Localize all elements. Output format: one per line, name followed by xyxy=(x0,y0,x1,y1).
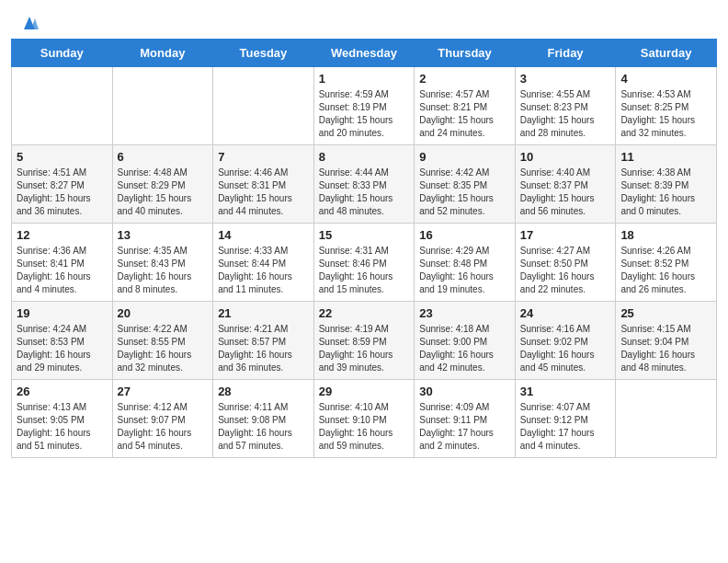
day-info: Sunrise: 4:33 AMSunset: 8:44 PMDaylight:… xyxy=(218,245,309,296)
calendar-cell: 16Sunrise: 4:29 AMSunset: 8:48 PMDayligh… xyxy=(415,224,516,302)
calendar-cell: 26Sunrise: 4:13 AMSunset: 9:05 PMDayligh… xyxy=(12,380,113,458)
day-info: Sunrise: 4:12 AMSunset: 9:07 PMDaylight:… xyxy=(118,401,209,453)
day-info: Sunrise: 4:19 AMSunset: 8:59 PMDaylight:… xyxy=(319,323,410,374)
weekday-row: Sunday Monday Tuesday Wednesday Thursday… xyxy=(12,40,717,67)
day-number: 3 xyxy=(520,72,611,86)
day-number: 9 xyxy=(419,150,510,164)
calendar-header: Sunday Monday Tuesday Wednesday Thursday… xyxy=(12,40,717,67)
day-number: 24 xyxy=(520,306,611,320)
calendar-cell: 12Sunrise: 4:36 AMSunset: 8:41 PMDayligh… xyxy=(12,224,113,302)
day-number: 11 xyxy=(620,150,711,164)
calendar-cell: 24Sunrise: 4:16 AMSunset: 9:02 PMDayligh… xyxy=(515,302,616,380)
calendar-cell: 23Sunrise: 4:18 AMSunset: 9:00 PMDayligh… xyxy=(415,302,516,380)
calendar-cell xyxy=(12,67,113,145)
calendar-cell: 30Sunrise: 4:09 AMSunset: 9:11 PMDayligh… xyxy=(415,380,516,458)
day-info: Sunrise: 4:09 AMSunset: 9:11 PMDaylight:… xyxy=(419,401,510,453)
day-info: Sunrise: 4:21 AMSunset: 8:57 PMDaylight:… xyxy=(218,323,309,374)
calendar-cell: 15Sunrise: 4:31 AMSunset: 8:46 PMDayligh… xyxy=(313,224,415,302)
day-info: Sunrise: 4:35 AMSunset: 8:43 PMDaylight:… xyxy=(118,245,209,296)
day-info: Sunrise: 4:27 AMSunset: 8:50 PMDaylight:… xyxy=(520,245,611,296)
day-number: 8 xyxy=(319,150,410,164)
calendar-cell: 11Sunrise: 4:38 AMSunset: 8:39 PMDayligh… xyxy=(616,145,717,224)
calendar-cell: 28Sunrise: 4:11 AMSunset: 9:08 PMDayligh… xyxy=(213,380,314,458)
day-number: 20 xyxy=(118,306,209,320)
calendar-cell: 1Sunrise: 4:59 AMSunset: 8:19 PMDaylight… xyxy=(313,67,415,145)
calendar-cell: 19Sunrise: 4:24 AMSunset: 8:53 PMDayligh… xyxy=(12,302,113,380)
day-number: 26 xyxy=(17,385,108,398)
calendar-cell: 6Sunrise: 4:48 AMSunset: 8:29 PMDaylight… xyxy=(112,145,213,224)
day-info: Sunrise: 4:57 AMSunset: 8:21 PMDaylight:… xyxy=(419,88,510,140)
day-number: 19 xyxy=(17,306,108,320)
day-info: Sunrise: 4:40 AMSunset: 8:37 PMDaylight:… xyxy=(520,167,611,218)
calendar-week-3: 12Sunrise: 4:36 AMSunset: 8:41 PMDayligh… xyxy=(12,224,717,302)
day-number: 27 xyxy=(118,385,209,398)
calendar-cell: 29Sunrise: 4:10 AMSunset: 9:10 PMDayligh… xyxy=(313,380,415,458)
calendar-cell: 3Sunrise: 4:55 AMSunset: 8:23 PMDaylight… xyxy=(515,67,616,145)
day-number: 6 xyxy=(118,150,209,164)
day-info: Sunrise: 4:16 AMSunset: 9:02 PMDaylight:… xyxy=(520,323,611,374)
day-info: Sunrise: 4:59 AMSunset: 8:19 PMDaylight:… xyxy=(319,88,410,140)
calendar-week-1: 1Sunrise: 4:59 AMSunset: 8:19 PMDaylight… xyxy=(12,67,717,145)
day-number: 10 xyxy=(520,150,611,164)
day-info: Sunrise: 4:48 AMSunset: 8:29 PMDaylight:… xyxy=(118,167,209,218)
day-info: Sunrise: 4:55 AMSunset: 8:23 PMDaylight:… xyxy=(520,88,611,140)
weekday-tuesday: Tuesday xyxy=(213,40,314,67)
calendar-cell: 5Sunrise: 4:51 AMSunset: 8:27 PMDaylight… xyxy=(12,145,113,224)
day-info: Sunrise: 4:07 AMSunset: 9:12 PMDaylight:… xyxy=(520,401,611,453)
day-info: Sunrise: 4:36 AMSunset: 8:41 PMDaylight:… xyxy=(17,245,108,296)
calendar-cell: 9Sunrise: 4:42 AMSunset: 8:35 PMDaylight… xyxy=(415,145,516,224)
day-info: Sunrise: 4:44 AMSunset: 8:33 PMDaylight:… xyxy=(319,167,410,218)
calendar-cell: 22Sunrise: 4:19 AMSunset: 8:59 PMDayligh… xyxy=(313,302,415,380)
day-info: Sunrise: 4:53 AMSunset: 8:25 PMDaylight:… xyxy=(620,88,711,140)
day-info: Sunrise: 4:10 AMSunset: 9:10 PMDaylight:… xyxy=(319,401,410,453)
day-info: Sunrise: 4:24 AMSunset: 8:53 PMDaylight:… xyxy=(17,323,108,374)
weekday-saturday: Saturday xyxy=(616,40,717,67)
calendar-cell: 31Sunrise: 4:07 AMSunset: 9:12 PMDayligh… xyxy=(515,380,616,458)
day-number: 16 xyxy=(419,228,510,242)
day-number: 4 xyxy=(620,72,711,86)
logo xyxy=(18,15,39,31)
day-info: Sunrise: 4:46 AMSunset: 8:31 PMDaylight:… xyxy=(218,167,309,218)
calendar-cell xyxy=(112,67,213,145)
day-info: Sunrise: 4:15 AMSunset: 9:04 PMDaylight:… xyxy=(620,323,711,374)
weekday-friday: Friday xyxy=(515,40,616,67)
calendar-cell: 8Sunrise: 4:44 AMSunset: 8:33 PMDaylight… xyxy=(313,145,415,224)
calendar-week-2: 5Sunrise: 4:51 AMSunset: 8:27 PMDaylight… xyxy=(12,145,717,224)
calendar-week-4: 19Sunrise: 4:24 AMSunset: 8:53 PMDayligh… xyxy=(12,302,717,380)
day-number: 14 xyxy=(218,228,309,242)
calendar-table: Sunday Monday Tuesday Wednesday Thursday… xyxy=(11,39,717,458)
day-info: Sunrise: 4:22 AMSunset: 8:55 PMDaylight:… xyxy=(118,323,209,374)
calendar-week-5: 26Sunrise: 4:13 AMSunset: 9:05 PMDayligh… xyxy=(12,380,717,458)
calendar-cell: 10Sunrise: 4:40 AMSunset: 8:37 PMDayligh… xyxy=(515,145,616,224)
day-number: 15 xyxy=(319,228,410,242)
weekday-sunday: Sunday xyxy=(12,40,113,67)
calendar-cell: 25Sunrise: 4:15 AMSunset: 9:04 PMDayligh… xyxy=(616,302,717,380)
day-number: 25 xyxy=(620,306,711,320)
day-info: Sunrise: 4:51 AMSunset: 8:27 PMDaylight:… xyxy=(17,167,108,218)
day-number: 17 xyxy=(520,228,611,242)
day-info: Sunrise: 4:31 AMSunset: 8:46 PMDaylight:… xyxy=(319,245,410,296)
calendar-cell: 4Sunrise: 4:53 AMSunset: 8:25 PMDaylight… xyxy=(616,67,717,145)
day-number: 30 xyxy=(419,385,510,398)
day-number: 29 xyxy=(319,385,410,398)
calendar-cell: 14Sunrise: 4:33 AMSunset: 8:44 PMDayligh… xyxy=(213,224,314,302)
calendar-cell: 13Sunrise: 4:35 AMSunset: 8:43 PMDayligh… xyxy=(112,224,213,302)
day-number: 18 xyxy=(620,228,711,242)
day-info: Sunrise: 4:42 AMSunset: 8:35 PMDaylight:… xyxy=(419,167,510,218)
calendar-cell: 17Sunrise: 4:27 AMSunset: 8:50 PMDayligh… xyxy=(515,224,616,302)
calendar-cell: 18Sunrise: 4:26 AMSunset: 8:52 PMDayligh… xyxy=(616,224,717,302)
day-number: 2 xyxy=(419,72,510,86)
calendar-cell xyxy=(616,380,717,458)
day-number: 21 xyxy=(218,306,309,320)
day-number: 5 xyxy=(17,150,108,164)
day-info: Sunrise: 4:38 AMSunset: 8:39 PMDaylight:… xyxy=(620,167,711,218)
calendar: Sunday Monday Tuesday Wednesday Thursday… xyxy=(0,39,728,469)
day-info: Sunrise: 4:18 AMSunset: 9:00 PMDaylight:… xyxy=(419,323,510,374)
logo-triangle-icon xyxy=(20,13,39,31)
day-info: Sunrise: 4:26 AMSunset: 8:52 PMDaylight:… xyxy=(620,245,711,296)
page-header xyxy=(0,0,728,39)
calendar-body: 1Sunrise: 4:59 AMSunset: 8:19 PMDaylight… xyxy=(12,67,717,458)
day-number: 7 xyxy=(218,150,309,164)
calendar-cell: 2Sunrise: 4:57 AMSunset: 8:21 PMDaylight… xyxy=(415,67,516,145)
weekday-thursday: Thursday xyxy=(415,40,516,67)
